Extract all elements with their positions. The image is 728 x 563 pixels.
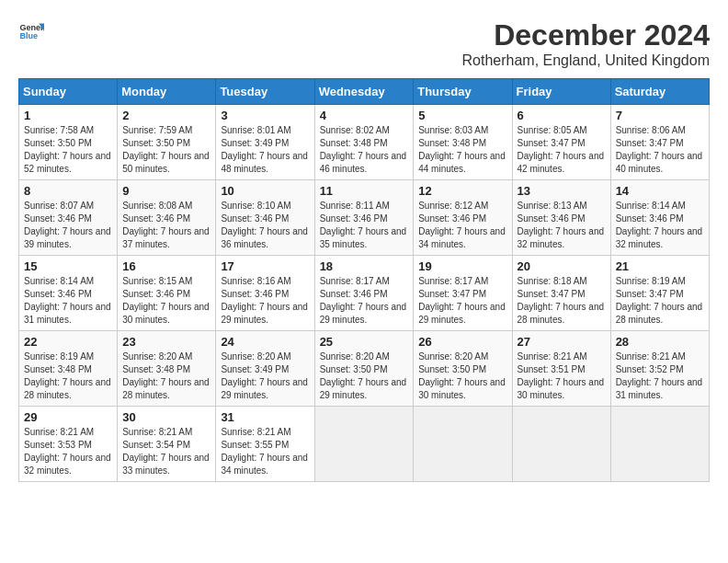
calendar-header-saturday: Saturday (610, 79, 709, 105)
day-number: 25 (320, 335, 409, 349)
day-number: 29 (24, 410, 112, 424)
calendar-cell: 18Sunrise: 8:17 AMSunset: 3:46 PMDayligh… (314, 256, 414, 331)
day-number: 28 (616, 335, 704, 349)
day-number: 19 (418, 259, 506, 273)
calendar-cell: 27Sunrise: 8:21 AMSunset: 3:51 PMDayligh… (512, 331, 610, 407)
calendar-cell: 30Sunrise: 8:21 AMSunset: 3:54 PMDayligh… (118, 407, 216, 482)
day-info: Sunrise: 8:19 AMSunset: 3:47 PMDaylight:… (616, 275, 704, 327)
calendar-cell: 3Sunrise: 8:01 AMSunset: 3:49 PMDaylight… (216, 105, 314, 180)
calendar-header-friday: Friday (512, 79, 610, 105)
calendar-cell: 16Sunrise: 8:15 AMSunset: 3:46 PMDayligh… (118, 256, 216, 331)
day-number: 6 (518, 109, 606, 122)
day-number: 23 (122, 335, 210, 349)
calendar-cell: 31Sunrise: 8:21 AMSunset: 3:55 PMDayligh… (216, 407, 314, 482)
day-number: 17 (221, 259, 309, 273)
calendar-cell: 10Sunrise: 8:10 AMSunset: 3:46 PMDayligh… (216, 180, 314, 256)
calendar-cell (610, 407, 709, 482)
day-number: 12 (418, 184, 506, 198)
day-info: Sunrise: 8:13 AMSunset: 3:46 PMDaylight:… (518, 200, 606, 251)
day-info: Sunrise: 8:06 AMSunset: 3:47 PMDaylight:… (616, 124, 704, 176)
page-title: December 2024 (462, 18, 711, 52)
title-block: December 2024 Rotherham, England, United… (462, 18, 711, 69)
calendar-cell: 8Sunrise: 8:07 AMSunset: 3:46 PMDaylight… (19, 180, 118, 256)
page-header: General Blue December 2024 Rotherham, En… (18, 18, 710, 69)
calendar-cell: 28Sunrise: 8:21 AMSunset: 3:52 PMDayligh… (610, 331, 709, 407)
day-info: Sunrise: 8:17 AMSunset: 3:46 PMDaylight:… (320, 275, 409, 327)
day-number: 4 (320, 109, 409, 122)
calendar-header-thursday: Thursday (414, 79, 512, 105)
day-info: Sunrise: 8:02 AMSunset: 3:48 PMDaylight:… (320, 124, 409, 176)
day-info: Sunrise: 8:21 AMSunset: 3:53 PMDaylight:… (24, 426, 112, 477)
day-number: 31 (221, 410, 309, 424)
calendar-cell: 12Sunrise: 8:12 AMSunset: 3:46 PMDayligh… (414, 180, 512, 256)
day-number: 7 (616, 109, 704, 122)
day-info: Sunrise: 8:20 AMSunset: 3:48 PMDaylight:… (122, 350, 210, 402)
day-number: 8 (24, 184, 112, 198)
calendar-cell: 22Sunrise: 8:19 AMSunset: 3:48 PMDayligh… (19, 331, 118, 407)
logo-icon: General Blue (18, 18, 44, 44)
day-info: Sunrise: 8:08 AMSunset: 3:46 PMDaylight:… (122, 200, 210, 251)
day-info: Sunrise: 8:05 AMSunset: 3:47 PMDaylight:… (518, 124, 606, 176)
day-number: 13 (518, 184, 606, 198)
day-info: Sunrise: 8:17 AMSunset: 3:47 PMDaylight:… (418, 275, 506, 327)
calendar-cell: 13Sunrise: 8:13 AMSunset: 3:46 PMDayligh… (512, 180, 610, 256)
calendar-header-tuesday: Tuesday (216, 79, 314, 105)
day-number: 26 (418, 335, 506, 349)
calendar-cell: 24Sunrise: 8:20 AMSunset: 3:49 PMDayligh… (216, 331, 314, 407)
day-number: 9 (122, 184, 210, 198)
day-info: Sunrise: 8:15 AMSunset: 3:46 PMDaylight:… (122, 275, 210, 327)
day-info: Sunrise: 8:21 AMSunset: 3:54 PMDaylight:… (122, 426, 210, 477)
day-info: Sunrise: 8:01 AMSunset: 3:49 PMDaylight:… (221, 124, 309, 176)
day-info: Sunrise: 8:20 AMSunset: 3:50 PMDaylight:… (418, 350, 506, 402)
day-number: 20 (518, 259, 606, 273)
calendar-header-wednesday: Wednesday (314, 79, 414, 105)
calendar-week-row: 22Sunrise: 8:19 AMSunset: 3:48 PMDayligh… (19, 331, 710, 407)
calendar-cell: 11Sunrise: 8:11 AMSunset: 3:46 PMDayligh… (314, 180, 414, 256)
day-number: 10 (221, 184, 309, 198)
day-number: 2 (122, 109, 210, 122)
calendar-cell: 17Sunrise: 8:16 AMSunset: 3:46 PMDayligh… (216, 256, 314, 331)
calendar-week-row: 29Sunrise: 8:21 AMSunset: 3:53 PMDayligh… (19, 407, 710, 482)
day-number: 16 (122, 259, 210, 273)
calendar-header-sunday: Sunday (19, 79, 118, 105)
day-info: Sunrise: 8:10 AMSunset: 3:46 PMDaylight:… (221, 200, 309, 251)
calendar-cell: 7Sunrise: 8:06 AMSunset: 3:47 PMDaylight… (610, 105, 709, 180)
calendar-cell: 5Sunrise: 8:03 AMSunset: 3:48 PMDaylight… (414, 105, 512, 180)
day-info: Sunrise: 8:20 AMSunset: 3:49 PMDaylight:… (221, 350, 309, 402)
calendar-cell: 26Sunrise: 8:20 AMSunset: 3:50 PMDayligh… (414, 331, 512, 407)
day-number: 18 (320, 259, 409, 273)
day-info: Sunrise: 7:58 AMSunset: 3:50 PMDaylight:… (24, 124, 112, 176)
page-subtitle: Rotherham, England, United Kingdom (462, 52, 711, 69)
day-number: 21 (616, 259, 704, 273)
calendar-cell: 4Sunrise: 8:02 AMSunset: 3:48 PMDaylight… (314, 105, 414, 180)
calendar-cell: 15Sunrise: 8:14 AMSunset: 3:46 PMDayligh… (19, 256, 118, 331)
day-info: Sunrise: 8:16 AMSunset: 3:46 PMDaylight:… (221, 275, 309, 327)
day-number: 5 (418, 109, 506, 122)
svg-text:Blue: Blue (19, 31, 38, 40)
calendar-cell: 2Sunrise: 7:59 AMSunset: 3:50 PMDaylight… (118, 105, 216, 180)
day-info: Sunrise: 8:12 AMSunset: 3:46 PMDaylight:… (418, 200, 506, 251)
calendar-cell: 20Sunrise: 8:18 AMSunset: 3:47 PMDayligh… (512, 256, 610, 331)
day-number: 27 (518, 335, 606, 349)
calendar-cell (314, 407, 414, 482)
day-info: Sunrise: 8:11 AMSunset: 3:46 PMDaylight:… (320, 200, 409, 251)
calendar-table: SundayMondayTuesdayWednesdayThursdayFrid… (18, 78, 710, 482)
calendar-cell: 25Sunrise: 8:20 AMSunset: 3:50 PMDayligh… (314, 331, 414, 407)
calendar-cell: 14Sunrise: 8:14 AMSunset: 3:46 PMDayligh… (610, 180, 709, 256)
day-info: Sunrise: 8:18 AMSunset: 3:47 PMDaylight:… (518, 275, 606, 327)
day-number: 11 (320, 184, 409, 198)
calendar-cell: 21Sunrise: 8:19 AMSunset: 3:47 PMDayligh… (610, 256, 709, 331)
calendar-cell (512, 407, 610, 482)
calendar-header-row: SundayMondayTuesdayWednesdayThursdayFrid… (19, 79, 710, 105)
calendar-cell: 1Sunrise: 7:58 AMSunset: 3:50 PMDaylight… (19, 105, 118, 180)
day-info: Sunrise: 8:21 AMSunset: 3:51 PMDaylight:… (518, 350, 606, 402)
calendar-cell: 29Sunrise: 8:21 AMSunset: 3:53 PMDayligh… (19, 407, 118, 482)
day-number: 1 (24, 109, 112, 122)
day-number: 14 (616, 184, 704, 198)
calendar-cell: 9Sunrise: 8:08 AMSunset: 3:46 PMDaylight… (118, 180, 216, 256)
day-number: 22 (24, 335, 112, 349)
day-info: Sunrise: 8:21 AMSunset: 3:55 PMDaylight:… (221, 426, 309, 477)
calendar-week-row: 1Sunrise: 7:58 AMSunset: 3:50 PMDaylight… (19, 105, 710, 180)
day-number: 24 (221, 335, 309, 349)
day-number: 30 (122, 410, 210, 424)
